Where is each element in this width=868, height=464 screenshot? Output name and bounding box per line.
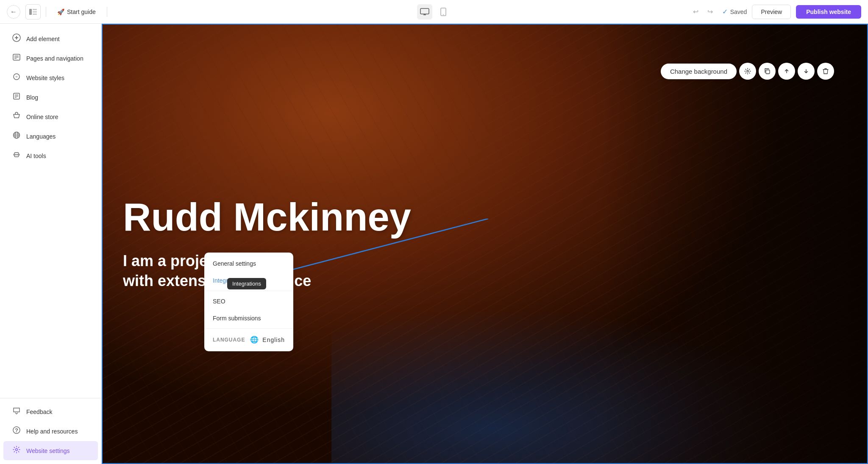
sidebar-bottom: Feedback ? Help and resources Website se… (0, 398, 101, 464)
undo-button[interactable]: ↩ (689, 5, 703, 19)
sidebar-item-help[interactable]: ? Help and resources (3, 422, 98, 441)
svg-rect-27 (14, 154, 14, 156)
dropdown-divider-1 (204, 291, 293, 291)
sidebar-item-feedback-label: Feedback (26, 408, 52, 415)
down-arrow-icon (803, 68, 809, 74)
topbar-left: ← 🚀 Start guide (7, 4, 107, 19)
globe-icon: 🌐 (250, 336, 259, 344)
sidebar-item-add-element-label: Add element (26, 36, 60, 42)
svg-rect-28 (19, 154, 19, 156)
language-value: English (262, 336, 285, 343)
redo-icon: ↪ (707, 8, 713, 16)
publish-button[interactable]: Publish website (796, 5, 861, 19)
sidebar-item-ai-tools-label: AI tools (26, 153, 46, 159)
gear-icon (744, 68, 751, 75)
svg-rect-2 (33, 11, 37, 12)
copy-icon (764, 68, 771, 75)
sidebar-item-store-label: Online store (26, 114, 58, 120)
section-settings-button[interactable] (739, 63, 756, 80)
svg-rect-1 (33, 9, 37, 10)
dropdown-general-settings[interactable]: General settings (204, 255, 293, 272)
sidebar-item-website-settings[interactable]: Website settings (3, 441, 98, 460)
language-value-group: 🌐 English (250, 336, 285, 344)
hero-content: Rudd Mckinney I am a project managerwith… (102, 24, 868, 464)
sidebar-item-pages-label: Pages and navigation (26, 55, 83, 62)
dropdown-divider-2 (204, 328, 293, 329)
sidebar-item-languages-label: Languages (26, 133, 56, 140)
sidebar-item-add-element[interactable]: Add element (3, 29, 98, 48)
dropdown-language[interactable]: LANGUAGE 🌐 English (204, 331, 293, 349)
divider-2 (107, 7, 107, 17)
panel-icon (29, 9, 37, 15)
sidebar-item-ai-tools[interactable]: AI tools (3, 146, 98, 165)
store-icon (12, 111, 21, 122)
move-down-button[interactable] (798, 63, 815, 80)
topbar: ← 🚀 Start guide (0, 0, 868, 24)
sidebar-item-settings-label: Website settings (26, 447, 70, 454)
desktop-device-button[interactable] (417, 4, 432, 19)
sidebar-item-languages[interactable]: Languages (3, 127, 98, 146)
feedback-icon (12, 406, 21, 417)
move-up-button[interactable] (778, 63, 795, 80)
back-icon: ← (10, 8, 17, 16)
saved-label: Saved (730, 8, 747, 15)
divider-1 (46, 7, 46, 17)
redo-button[interactable]: ↪ (704, 5, 717, 19)
help-icon: ? (12, 426, 21, 436)
topbar-center (417, 4, 451, 19)
copy-section-button[interactable] (759, 63, 776, 80)
panel-toggle-button[interactable] (25, 4, 41, 19)
mobile-icon (440, 8, 446, 16)
hero-name: Rudd Mckinney (123, 197, 847, 238)
add-element-icon (12, 33, 21, 44)
languages-icon (12, 131, 21, 142)
floating-toolbar: Change background (661, 63, 834, 80)
settings-icon (12, 445, 21, 456)
svg-rect-3 (33, 14, 37, 15)
sidebar-item-online-store[interactable]: Online store (3, 107, 98, 126)
sidebar-item-blog[interactable]: Blog (3, 88, 98, 107)
svg-point-8 (443, 14, 444, 15)
topbar-right: ↩ ↪ ✓ Saved Preview Publish website (689, 5, 861, 19)
trash-icon (823, 68, 829, 75)
rocket-icon: 🚀 (57, 8, 64, 15)
dropdown-menu: General settings Integrations SEO Form s… (204, 253, 293, 351)
svg-rect-4 (420, 8, 429, 14)
dropdown-seo[interactable]: SEO (204, 293, 293, 310)
sidebar-item-help-label: Help and resources (26, 428, 78, 435)
sidebar-nav: Add element Pages and navigation Website… (0, 24, 101, 398)
sidebar-item-styles-label: Website styles (26, 75, 64, 81)
svg-text:?: ? (15, 427, 18, 433)
saved-indicator: ✓ Saved (722, 8, 747, 16)
sidebar-item-blog-label: Blog (26, 94, 38, 101)
change-background-button[interactable]: Change background (661, 64, 737, 79)
saved-check-icon: ✓ (722, 8, 728, 16)
delete-section-button[interactable] (817, 63, 834, 80)
sidebar-item-feedback[interactable]: Feedback (3, 402, 98, 421)
svg-point-35 (747, 70, 748, 72)
svg-point-34 (16, 449, 18, 451)
undo-redo-group: ↩ ↪ (689, 5, 717, 19)
preview-button[interactable]: Preview (752, 5, 791, 19)
sidebar-item-pages-navigation[interactable]: Pages and navigation (3, 49, 98, 68)
back-button[interactable]: ← (7, 5, 20, 19)
ai-tools-icon (12, 150, 21, 161)
start-guide-button[interactable]: 🚀 Start guide (51, 6, 102, 18)
styles-icon (12, 72, 21, 83)
up-arrow-icon (784, 68, 790, 74)
undo-icon: ↩ (693, 8, 698, 16)
pages-icon (12, 53, 21, 64)
svg-rect-0 (29, 9, 32, 15)
svg-rect-36 (766, 70, 770, 74)
language-label: LANGUAGE (213, 337, 245, 343)
website-canvas[interactable]: Rudd Mckinney I am a project managerwith… (102, 24, 868, 464)
sidebar: Add element Pages and navigation Website… (0, 24, 102, 464)
dropdown-integrations[interactable]: Integrations (204, 272, 293, 289)
start-guide-label: Start guide (67, 8, 96, 15)
sidebar-item-website-styles[interactable]: Website styles (3, 68, 98, 87)
blog-icon (12, 92, 21, 103)
dropdown-form-submissions[interactable]: Form submissions (204, 310, 293, 327)
canvas-area: Rudd Mckinney I am a project managerwith… (102, 24, 868, 464)
mobile-device-button[interactable] (436, 4, 451, 19)
main-area: Add element Pages and navigation Website… (0, 24, 868, 464)
